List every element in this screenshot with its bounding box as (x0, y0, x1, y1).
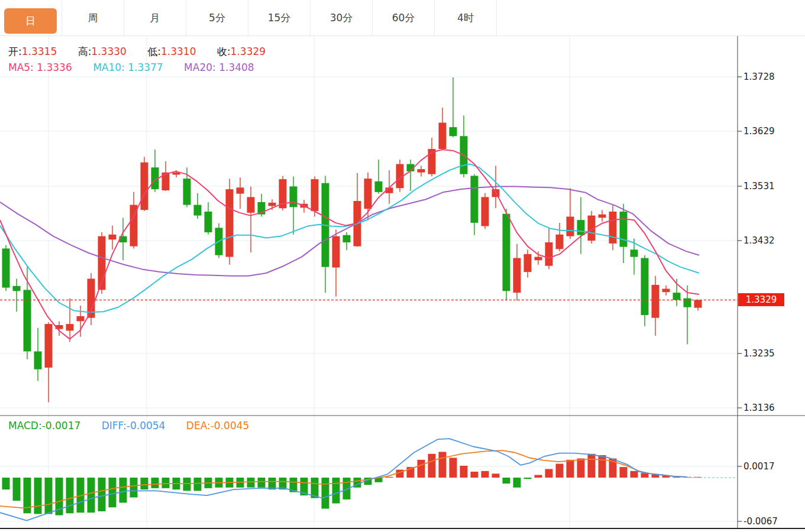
timeframe-tab-bar: 日周月5分15分30分60分4时 (0, 0, 805, 36)
ma20-label: MA20: (184, 61, 216, 73)
tab-日[interactable]: 日 (0, 0, 62, 35)
ma5-label: MA5: (8, 61, 34, 73)
dea-value: -0.0045 (211, 420, 250, 432)
tab-60分[interactable]: 60分 (373, 0, 435, 35)
candlestick-chart-canvas[interactable] (0, 0, 805, 532)
macd-legend: MACD:-0.0017 DIFF:-0.0054 DEA:-0.0045 (8, 420, 267, 432)
tab-4时[interactable]: 4时 (435, 0, 497, 35)
ma10-value: 1.3377 (128, 61, 163, 73)
tab-周[interactable]: 周 (62, 0, 124, 35)
ohlc-legend: 开:1.3315 高:1.3330 低:1.3310 收:1.3329 (8, 45, 283, 59)
price-axis-tick-label: 1.3728 (743, 72, 775, 82)
low-value: 1.3310 (161, 46, 196, 57)
close-value: 1.3329 (231, 46, 266, 57)
ma-legend: MA5: 1.3336 MA10: 1.3377 MA20: 1.3408 (8, 61, 272, 73)
tab-30分[interactable]: 30分 (311, 0, 373, 35)
open-value: 1.3315 (22, 46, 57, 57)
tab-月[interactable]: 月 (124, 0, 186, 35)
trading-chart-app: 日周月5分15分30分60分4时 开:1.3315 高:1.3330 低:1.3… (0, 0, 805, 532)
ma5-value: 1.3336 (37, 61, 72, 73)
diff-value: -0.0054 (127, 420, 166, 432)
ma20-value: 1.3408 (219, 61, 254, 73)
price-axis-tick-label: 1.3531 (743, 181, 775, 192)
diff-label: DIFF: (102, 420, 127, 432)
active-tab-pill[interactable]: 日 (4, 8, 57, 34)
low-label: 低: (147, 46, 161, 57)
open-label: 开: (8, 46, 22, 57)
macd-axis-tick-label: 0.0017 (743, 461, 775, 472)
price-axis-tick-label: 1.3235 (743, 348, 775, 359)
tab-15分[interactable]: 15分 (248, 0, 311, 35)
price-axis-tick-label: 1.3136 (743, 403, 775, 413)
high-value: 1.3330 (91, 46, 126, 57)
macd-axis-tick-label: -0.0067 (743, 516, 778, 527)
price-axis-tick-label: 1.3629 (743, 126, 775, 137)
dea-label: DEA: (186, 420, 211, 432)
close-label: 收: (217, 46, 231, 57)
ma10-label: MA10: (93, 61, 125, 73)
macd-value: -0.0017 (42, 420, 81, 432)
macd-label: MACD: (8, 420, 42, 432)
high-label: 高: (78, 46, 92, 57)
tab-5分[interactable]: 5分 (186, 0, 248, 35)
price-axis-tick-label: 1.3432 (743, 235, 775, 246)
last-price-badge: 1.3329 (738, 293, 784, 306)
